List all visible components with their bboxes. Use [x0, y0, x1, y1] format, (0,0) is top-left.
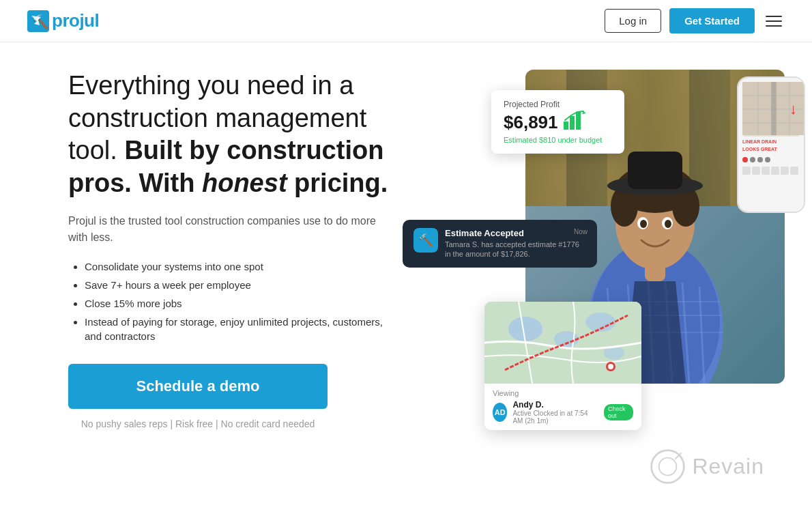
profit-label: Projected Profit — [504, 100, 612, 109]
headline-text: Everything you need in a construction ma… — [68, 71, 388, 197]
map-user-row: AD Andy D. Active Clocked in at 7:54 AM … — [493, 400, 633, 425]
subheadline: Projul is the trusted tool construction … — [68, 213, 396, 246]
notification-icon: 🔨 — [414, 228, 438, 253]
profit-subtitle: Estimated $810 under budget — [504, 136, 612, 144]
svg-rect-42 — [771, 82, 777, 135]
map-avatar: AD — [493, 403, 507, 422]
notification-title: Estimate Accepted — [445, 228, 586, 238]
map-user-status: Active Clocked in at 7:54 AM (2h 1m) — [512, 410, 598, 425]
svg-point-34 — [608, 364, 613, 369]
svg-point-21 — [665, 220, 671, 228]
notification-content: Estimate Accepted Tamara S. has accepted… — [445, 228, 586, 259]
hamburger-line — [766, 16, 782, 17]
phone-overlay: ↓ LINEAR DRAIN LOOKS GREAT — [737, 76, 805, 213]
svg-rect-26 — [576, 112, 581, 130]
map-visual — [484, 302, 641, 384]
notification-card: 🔨 Estimate Accepted Tamara S. has accept… — [403, 220, 597, 268]
phone-toolbar — [742, 167, 800, 175]
trust-text: No pushy sales reps | Risk free | No cre… — [68, 418, 328, 429]
main-content: Everything you need in a construction ma… — [0, 42, 812, 506]
logo-text: projul — [52, 10, 99, 31]
phone-content: ↓ LINEAR DRAIN LOOKS GREAT — [738, 78, 804, 212]
header-actions: Log in Get Started — [605, 8, 785, 33]
map-user-name: Andy D. — [512, 400, 598, 410]
right-column: Projected Profit $6,891 Estimated $810 u… — [409, 70, 785, 492]
revain-icon — [649, 448, 686, 485]
map-footer: Viewing AD Andy D. Active Clocked in at … — [484, 384, 641, 430]
svg-rect-24 — [564, 122, 568, 130]
phone-text-line1: LINEAR DRAIN — [742, 139, 800, 144]
hamburger-line — [766, 25, 782, 27]
svg-rect-23 — [628, 152, 682, 189]
map-viewing-label: Viewing — [493, 389, 633, 397]
schedule-demo-button[interactable]: Schedule a demo — [68, 364, 328, 409]
features-list: Consolidate your systems into one spot S… — [68, 259, 396, 343]
svg-text:🔨: 🔨 — [32, 14, 49, 30]
photo-dots — [742, 157, 800, 162]
profit-amount: $6,891 — [504, 111, 612, 134]
get-started-button[interactable]: Get Started — [669, 8, 755, 33]
svg-point-44 — [659, 458, 677, 476]
svg-rect-25 — [570, 116, 575, 130]
login-button[interactable]: Log in — [605, 9, 661, 33]
logo[interactable]: 🔨 projul — [27, 10, 99, 32]
revain-text: Revain — [692, 454, 764, 479]
profit-value: $6,891 — [504, 112, 558, 133]
revain-watermark: Revain — [649, 448, 764, 485]
list-item: Save 7+ hours a week per employee — [85, 278, 396, 292]
main-headline: Everything you need in a construction ma… — [68, 70, 396, 199]
bar-chart-icon — [564, 111, 588, 134]
map-card: Viewing AD Andy D. Active Clocked in at … — [484, 302, 641, 430]
hamburger-line — [766, 20, 782, 22]
menu-button[interactable] — [763, 13, 785, 29]
svg-point-20 — [640, 220, 647, 228]
list-item: Close 15% more jobs — [85, 296, 396, 311]
svg-point-29 — [508, 317, 542, 341]
phone-text-line2: LOOKS GREAT — [742, 147, 800, 152]
list-item: Instead of paying for storage, enjoy unl… — [85, 315, 396, 343]
notification-body: Tamara S. has accepted estimate #1776 in… — [445, 240, 586, 259]
logo-icon: 🔨 — [27, 10, 49, 32]
arrow-icon: ↓ — [789, 100, 797, 118]
left-column: Everything you need in a construction ma… — [68, 70, 409, 492]
headline-italic: honest — [202, 169, 287, 197]
map-status-badge: Check out — [604, 404, 633, 420]
list-item: Consolidate your systems into one spot — [85, 259, 396, 274]
profit-card: Projected Profit $6,891 Estimated $810 u… — [491, 90, 624, 154]
notification-time: Now — [574, 228, 588, 235]
map-svg — [484, 302, 641, 384]
header: 🔨 projul Log in Get Started — [0, 0, 812, 42]
headline-bold: Built by construction pros. With honest … — [68, 136, 388, 197]
map-user-info: Andy D. Active Clocked in at 7:54 AM (2h… — [512, 400, 598, 425]
